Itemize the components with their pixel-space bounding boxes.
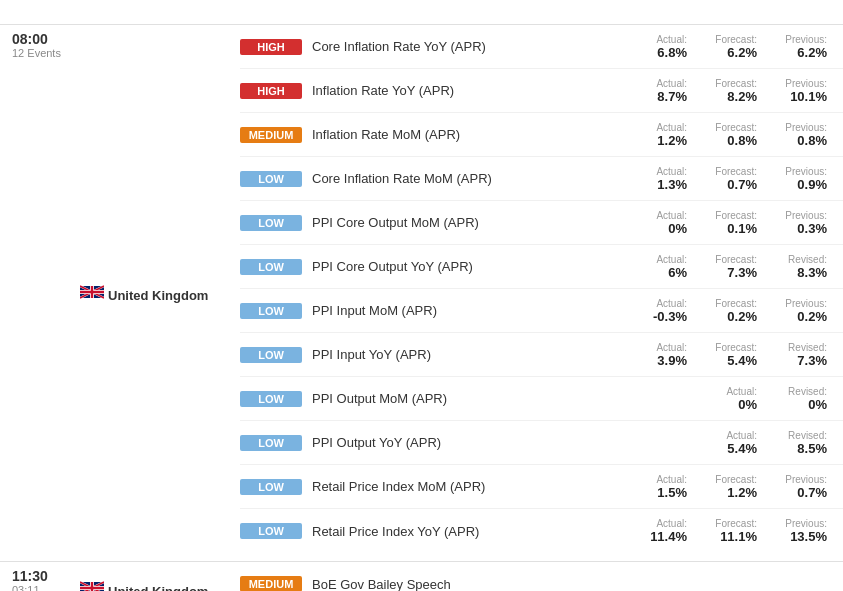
event-name[interactable]: Core Inflation Rate MoM (APR) — [312, 171, 617, 186]
event-row: LOWPPI Output YoY (APR)Actual:5.4%Revise… — [240, 421, 843, 465]
third-stat: Previous:0.2% — [757, 298, 827, 324]
actual-stat-label: Actual: — [695, 430, 757, 441]
third-stat: Previous:10.1% — [757, 78, 827, 104]
event-badge: HIGH — [240, 39, 302, 55]
event-name[interactable]: PPI Output MoM (APR) — [312, 391, 687, 406]
event-stats: Actual:11.4%Forecast:11.1%Previous:13.5% — [617, 518, 827, 544]
event-stats: Actual:3.9%Forecast:5.4%Revised:7.3% — [617, 342, 827, 368]
event-stats: Actual:6%Forecast:7.3%Revised:8.3% — [617, 254, 827, 280]
event-row: LOWPPI Core Output YoY (APR)Actual:6%For… — [240, 245, 843, 289]
forecast-stat-value: 1.2% — [695, 485, 757, 500]
event-name[interactable]: PPI Core Output YoY (APR) — [312, 259, 617, 274]
actual-stat: Actual:0% — [617, 210, 687, 236]
actual-stat-value: 6% — [625, 265, 687, 280]
event-row: LOWPPI Input YoY (APR)Actual:3.9%Forecas… — [240, 333, 843, 377]
event-label: Core Inflation Rate YoY (APR) — [312, 39, 486, 54]
forecast-stat-value: 0.7% — [695, 177, 757, 192]
actual-stat-label: Actual: — [625, 166, 687, 177]
country-name: United Kingdom — [108, 288, 228, 303]
event-stats: Actual:1.2%Forecast:0.8%Previous:0.8% — [617, 122, 827, 148]
event-badge: LOW — [240, 479, 302, 495]
actual-stat: Actual:5.4% — [687, 430, 757, 456]
event-row: LOWCore Inflation Rate MoM (APR)Actual:1… — [240, 157, 843, 201]
actual-stat: Actual:-0.3% — [617, 298, 687, 324]
event-name[interactable]: Inflation Rate YoY (APR) — [312, 83, 617, 98]
third-stat-label: Previous: — [765, 518, 827, 529]
event-name[interactable]: Retail Price Index YoY (APR) — [312, 524, 617, 539]
event-label: Core Inflation Rate MoM (APR) — [312, 171, 492, 186]
events-col: MEDIUMBoE Gov Bailey Speech — [240, 562, 843, 591]
forecast-stat-label: Forecast: — [695, 78, 757, 89]
time-col: 11:3003:11 Until Event — [0, 562, 80, 591]
actual-stat-value: 5.4% — [695, 441, 757, 456]
third-stat-label: Previous: — [765, 166, 827, 177]
event-label: PPI Core Output MoM (APR) — [312, 215, 479, 230]
event-label: Retail Price Index MoM (APR) — [312, 479, 485, 494]
third-stat-value: 8.3% — [765, 265, 827, 280]
event-name[interactable]: PPI Input MoM (APR) — [312, 303, 617, 318]
actual-stat-value: 8.7% — [625, 89, 687, 104]
actual-stat-value: 3.9% — [625, 353, 687, 368]
event-label: BoE Gov Bailey Speech — [312, 577, 451, 592]
actual-stat-label: Actual: — [625, 78, 687, 89]
forecast-stat-value: 8.2% — [695, 89, 757, 104]
forecast-stat-value: 6.2% — [695, 45, 757, 60]
forecast-stat-value: 11.1% — [695, 529, 757, 544]
page-date — [0, 0, 843, 24]
actual-stat-label: Actual: — [625, 122, 687, 133]
event-row: LOWPPI Core Output MoM (APR)Actual:0%For… — [240, 201, 843, 245]
event-label: Retail Price Index YoY (APR) — [312, 524, 479, 539]
actual-stat-value: 6.8% — [625, 45, 687, 60]
third-stat: Revised:8.3% — [757, 254, 827, 280]
forecast-stat-label: Forecast: — [695, 342, 757, 353]
forecast-stat-label: Forecast: — [695, 298, 757, 309]
third-stat-label: Revised: — [765, 386, 827, 397]
third-stat: Previous:0.3% — [757, 210, 827, 236]
event-label: PPI Core Output YoY (APR) — [312, 259, 473, 274]
third-stat: Revised:0% — [757, 386, 827, 412]
third-stat-value: 0% — [765, 397, 827, 412]
country-info: United Kingdom — [80, 562, 240, 591]
third-stat-label: Revised: — [765, 430, 827, 441]
forecast-stat-label: Forecast: — [695, 166, 757, 177]
third-stat: Previous:0.7% — [757, 474, 827, 500]
actual-stat: Actual:6.8% — [617, 34, 687, 60]
event-badge: LOW — [240, 435, 302, 451]
actual-stat-value: 1.5% — [625, 485, 687, 500]
third-stat: Previous:0.8% — [757, 122, 827, 148]
forecast-stat: Forecast:7.3% — [687, 254, 757, 280]
event-badge: MEDIUM — [240, 127, 302, 143]
event-badge: LOW — [240, 523, 302, 539]
events-col: HIGHCore Inflation Rate YoY (APR)Actual:… — [240, 25, 843, 553]
event-name[interactable]: BoE Gov Bailey Speech — [312, 577, 827, 592]
third-stat-label: Previous: — [765, 34, 827, 45]
time-value: 11:30 — [12, 568, 80, 584]
forecast-stat-value: 7.3% — [695, 265, 757, 280]
third-stat-label: Previous: — [765, 78, 827, 89]
event-stats: Actual:0%Revised:0% — [687, 386, 827, 412]
actual-stat-label: Actual: — [625, 298, 687, 309]
actual-stat: Actual:3.9% — [617, 342, 687, 368]
section-1130: 11:3003:11 Until Event United KingdomMED… — [0, 561, 843, 591]
event-name[interactable]: PPI Output YoY (APR) — [312, 435, 687, 450]
event-label: Inflation Rate YoY (APR) — [312, 83, 454, 98]
event-badge: LOW — [240, 215, 302, 231]
event-name[interactable]: PPI Input YoY (APR) — [312, 347, 617, 362]
events-count: 03:11 Until Event — [12, 584, 80, 591]
actual-stat: Actual:11.4% — [617, 518, 687, 544]
event-row: HIGHInflation Rate YoY (APR)Actual:8.7%F… — [240, 69, 843, 113]
event-name[interactable]: Retail Price Index MoM (APR) — [312, 479, 617, 494]
third-stat-label: Revised: — [765, 254, 827, 265]
actual-stat-value: 1.2% — [625, 133, 687, 148]
actual-stat-value: 0% — [625, 221, 687, 236]
actual-stat-value: 1.3% — [625, 177, 687, 192]
forecast-stat: Forecast:6.2% — [687, 34, 757, 60]
event-badge: LOW — [240, 347, 302, 363]
third-stat: Revised:7.3% — [757, 342, 827, 368]
event-name[interactable]: Core Inflation Rate YoY (APR) — [312, 39, 617, 54]
event-badge: LOW — [240, 391, 302, 407]
event-label: PPI Input MoM (APR) — [312, 303, 437, 318]
event-name[interactable]: Inflation Rate MoM (APR) — [312, 127, 617, 142]
event-name[interactable]: PPI Core Output MoM (APR) — [312, 215, 617, 230]
event-row: LOWRetail Price Index YoY (APR)Actual:11… — [240, 509, 843, 553]
